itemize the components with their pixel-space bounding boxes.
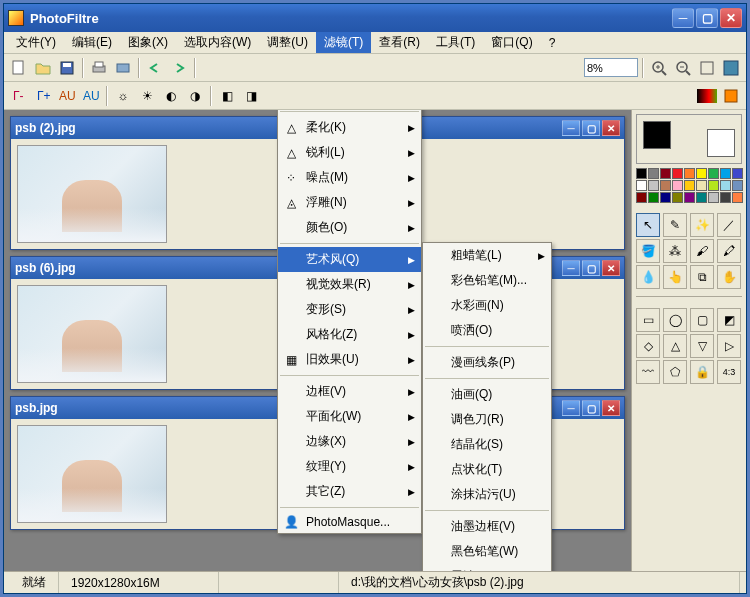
menu-item-photomasque[interactable]: 👤PhotoMasque... xyxy=(278,511,421,533)
menu-item-noise[interactable]: ⁘噪点(M)▶ xyxy=(278,165,421,190)
palette-swatch[interactable] xyxy=(660,180,671,191)
undo-icon[interactable] xyxy=(144,57,166,79)
palette-swatch[interactable] xyxy=(648,180,659,191)
zoom-in-icon[interactable] xyxy=(648,57,670,79)
image-canvas[interactable] xyxy=(17,425,167,523)
palette-swatch[interactable] xyxy=(696,168,707,179)
color-picker-icon[interactable] xyxy=(720,85,742,107)
submenu-comic[interactable]: 漫画线条(P) xyxy=(423,350,551,375)
doc-maximize[interactable]: ▢ xyxy=(582,120,600,136)
fill-tool[interactable]: 🪣 xyxy=(636,239,660,263)
brightness-up-icon[interactable]: ☀ xyxy=(136,85,158,107)
contrast-up-icon[interactable]: ◑ xyxy=(184,85,206,107)
diamond-shape[interactable]: ◇ xyxy=(636,334,660,358)
ratio-value[interactable]: 4:3 xyxy=(717,360,741,384)
lasso-shape[interactable]: 〰 xyxy=(636,360,660,384)
menu-item-soft[interactable]: △柔化(K)▶ xyxy=(278,115,421,140)
contrast-down-icon[interactable]: ◐ xyxy=(160,85,182,107)
minimize-button[interactable]: ─ xyxy=(672,8,694,28)
blur-tool[interactable]: 💧 xyxy=(636,265,660,289)
menu-item-sharpen[interactable]: △锐利(L)▶ xyxy=(278,140,421,165)
menu-image[interactable]: 图象(X) xyxy=(120,32,176,53)
roundrect-shape[interactable]: ▢ xyxy=(690,308,714,332)
zoom-fit-icon[interactable] xyxy=(696,57,718,79)
sepia-icon[interactable]: ◨ xyxy=(240,85,262,107)
ellipse-shape[interactable]: ◯ xyxy=(663,308,687,332)
fullscreen-icon[interactable] xyxy=(720,57,742,79)
palette-swatch[interactable] xyxy=(672,180,683,191)
palette-swatch[interactable] xyxy=(696,180,707,191)
foreground-color-swatch[interactable] xyxy=(643,121,671,149)
palette-swatch[interactable] xyxy=(732,168,743,179)
palette-swatch[interactable] xyxy=(636,192,647,203)
maximize-button[interactable]: ▢ xyxy=(696,8,718,28)
submenu-smudge[interactable]: 涂抹沾污(U) xyxy=(423,482,551,507)
menu-item-frame[interactable]: 边框(V)▶ xyxy=(278,379,421,404)
palette-swatch[interactable] xyxy=(684,180,695,191)
menu-item-artistic[interactable]: 艺术风(Q)▶ xyxy=(278,247,421,272)
submenu-spray[interactable]: 喷洒(O) xyxy=(423,318,551,343)
menu-item-texture[interactable]: 纹理(Y)▶ xyxy=(278,454,421,479)
grayscale-icon[interactable]: ◧ xyxy=(216,85,238,107)
color-preview[interactable] xyxy=(636,114,742,164)
menu-help[interactable]: ? xyxy=(541,34,564,52)
palette-swatch[interactable] xyxy=(636,168,647,179)
ratio-lock[interactable]: 🔒 xyxy=(690,360,714,384)
image-canvas[interactable] xyxy=(17,145,167,243)
palette-swatch[interactable] xyxy=(720,180,731,191)
zoom-input[interactable] xyxy=(584,58,638,77)
palette-swatch[interactable] xyxy=(708,192,719,203)
image-canvas[interactable] xyxy=(17,285,167,383)
scroll-tool[interactable]: ✋ xyxy=(717,265,741,289)
submenu-oil[interactable]: 油画(Q) xyxy=(423,382,551,407)
zoom-out-icon[interactable] xyxy=(672,57,694,79)
brush-tool[interactable]: 🖌 xyxy=(690,239,714,263)
scanner-icon[interactable] xyxy=(112,57,134,79)
menu-edit[interactable]: 编辑(E) xyxy=(64,32,120,53)
open-icon[interactable] xyxy=(32,57,54,79)
background-color-swatch[interactable] xyxy=(707,129,735,157)
menu-item-aged[interactable]: ▦旧效果(U)▶ xyxy=(278,347,421,372)
palette-swatch[interactable] xyxy=(648,168,659,179)
auto-plus-icon[interactable]: AUTO xyxy=(80,85,102,107)
doc-minimize[interactable]: ─ xyxy=(562,400,580,416)
palette-swatch[interactable] xyxy=(720,192,731,203)
palette-swatch[interactable] xyxy=(660,168,671,179)
doc-close[interactable]: ✕ xyxy=(602,400,620,416)
doc-minimize[interactable]: ─ xyxy=(562,260,580,276)
palette-swatch[interactable] xyxy=(696,192,707,203)
clone-tool[interactable]: ⧉ xyxy=(690,265,714,289)
submenu-black-pencil[interactable]: 黑色铅笔(W) xyxy=(423,539,551,564)
close-button[interactable]: ✕ xyxy=(720,8,742,28)
palette-swatch[interactable] xyxy=(672,168,683,179)
menu-selection[interactable]: 选取内容(W) xyxy=(176,32,259,53)
submenu-watercolor[interactable]: 水彩画(N) xyxy=(423,293,551,318)
submenu-palette-knife[interactable]: 调色刀(R) xyxy=(423,407,551,432)
doc-close[interactable]: ✕ xyxy=(602,120,620,136)
menu-tools[interactable]: 工具(T) xyxy=(428,32,483,53)
doc-close[interactable]: ✕ xyxy=(602,260,620,276)
menu-item-other[interactable]: 其它(Z)▶ xyxy=(278,479,421,504)
submenu-ink[interactable]: 墨汁(X) xyxy=(423,564,551,571)
palette-swatch[interactable] xyxy=(684,168,695,179)
pointer-tool[interactable]: ↖ xyxy=(636,213,660,237)
doc-minimize[interactable]: ─ xyxy=(562,120,580,136)
auto-minus-icon[interactable]: AUTO xyxy=(56,85,78,107)
smudge-tool[interactable]: 👆 xyxy=(663,265,687,289)
rect-shape[interactable]: ▭ xyxy=(636,308,660,332)
submenu-ink-outline[interactable]: 油墨边框(V) xyxy=(423,514,551,539)
palette-swatch[interactable] xyxy=(708,180,719,191)
palette-swatch[interactable] xyxy=(660,192,671,203)
triangle-down-shape[interactable]: ▽ xyxy=(690,334,714,358)
triangle-right-shape[interactable]: ▷ xyxy=(717,334,741,358)
menu-item-emboss[interactable]: ◬浮雕(N)▶ xyxy=(278,190,421,215)
palette-swatch[interactable] xyxy=(708,168,719,179)
menu-item-edge[interactable]: 边缘(X)▶ xyxy=(278,429,421,454)
palette-swatch[interactable] xyxy=(672,192,683,203)
menu-file[interactable]: 文件(Y) xyxy=(8,32,64,53)
print-icon[interactable] xyxy=(88,57,110,79)
menu-item-deform[interactable]: 变形(S)▶ xyxy=(278,297,421,322)
triangle-up-shape[interactable]: △ xyxy=(663,334,687,358)
new-icon[interactable] xyxy=(8,57,30,79)
menu-adjust[interactable]: 调整(U) xyxy=(259,32,316,53)
